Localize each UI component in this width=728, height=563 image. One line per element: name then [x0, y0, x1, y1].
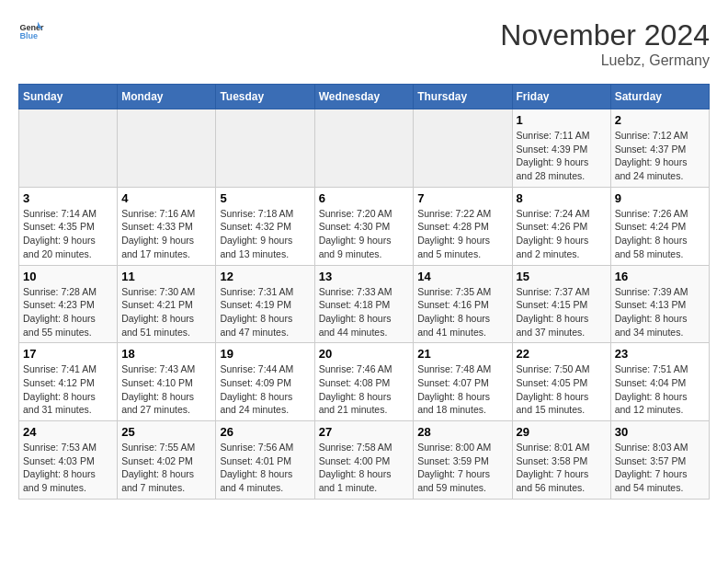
day-number: 30: [615, 425, 705, 439]
calendar-week-row: 3Sunrise: 7:14 AM Sunset: 4:35 PM Daylig…: [19, 187, 710, 265]
calendar-cell: 13Sunrise: 7:33 AM Sunset: 4:18 PM Dayli…: [314, 265, 414, 343]
day-info: Sunrise: 7:43 AM Sunset: 4:10 PM Dayligh…: [121, 362, 211, 417]
day-number: 11: [121, 270, 211, 283]
day-of-week-header: Sunday: [19, 85, 118, 109]
day-number: 13: [319, 270, 410, 283]
day-info: Sunrise: 7:18 AM Sunset: 4:32 PM Dayligh…: [220, 207, 310, 261]
calendar-table: SundayMondayTuesdayWednesdayThursdayFrid…: [18, 84, 710, 500]
day-info: Sunrise: 7:35 AM Sunset: 4:16 PM Dayligh…: [417, 285, 507, 339]
day-info: Sunrise: 7:30 AM Sunset: 4:21 PM Dayligh…: [121, 285, 211, 339]
page-title: November 2024: [500, 18, 710, 52]
day-info: Sunrise: 7:24 AM Sunset: 4:26 PM Dayligh…: [517, 207, 607, 261]
calendar-cell: 22Sunrise: 7:50 AM Sunset: 4:05 PM Dayli…: [512, 343, 610, 421]
day-number: 29: [517, 425, 607, 439]
day-number: 28: [417, 425, 507, 439]
day-info: Sunrise: 7:14 AM Sunset: 4:35 PM Dayligh…: [23, 207, 113, 261]
day-info: Sunrise: 7:58 AM Sunset: 4:00 PM Dayligh…: [319, 441, 410, 495]
calendar-week-row: 24Sunrise: 7:53 AM Sunset: 4:03 PM Dayli…: [19, 421, 710, 500]
svg-text:Blue: Blue: [19, 31, 38, 40]
calendar-cell: [314, 109, 414, 188]
day-info: Sunrise: 7:55 AM Sunset: 4:02 PM Dayligh…: [121, 441, 211, 495]
day-number: 21: [417, 347, 507, 361]
day-number: 17: [23, 347, 113, 361]
day-number: 6: [319, 191, 410, 205]
calendar-cell: 14Sunrise: 7:35 AM Sunset: 4:16 PM Dayli…: [414, 265, 512, 343]
calendar-cell: 25Sunrise: 7:55 AM Sunset: 4:02 PM Dayli…: [118, 421, 216, 500]
day-info: Sunrise: 7:31 AM Sunset: 4:19 PM Dayligh…: [220, 285, 310, 339]
calendar-cell: 9Sunrise: 7:26 AM Sunset: 4:24 PM Daylig…: [610, 187, 709, 265]
calendar-cell: 16Sunrise: 7:39 AM Sunset: 4:13 PM Dayli…: [610, 265, 709, 343]
title-block: November 2024 Luebz, Germany: [500, 18, 710, 69]
calendar-week-row: 1Sunrise: 7:11 AM Sunset: 4:39 PM Daylig…: [19, 109, 710, 188]
day-number: 12: [220, 270, 310, 283]
calendar-cell: 28Sunrise: 8:00 AM Sunset: 3:59 PM Dayli…: [414, 421, 512, 500]
calendar-week-row: 10Sunrise: 7:28 AM Sunset: 4:23 PM Dayli…: [19, 265, 710, 343]
day-number: 23: [615, 347, 705, 361]
day-number: 19: [220, 347, 310, 361]
calendar-cell: 20Sunrise: 7:46 AM Sunset: 4:08 PM Dayli…: [314, 343, 414, 421]
calendar-cell: 8Sunrise: 7:24 AM Sunset: 4:26 PM Daylig…: [512, 187, 610, 265]
calendar-cell: 15Sunrise: 7:37 AM Sunset: 4:15 PM Dayli…: [512, 265, 610, 343]
calendar-cell: 2Sunrise: 7:12 AM Sunset: 4:37 PM Daylig…: [610, 109, 709, 188]
calendar-cell: 21Sunrise: 7:48 AM Sunset: 4:07 PM Dayli…: [414, 343, 512, 421]
calendar-cell: 17Sunrise: 7:41 AM Sunset: 4:12 PM Dayli…: [19, 343, 118, 421]
day-info: Sunrise: 7:51 AM Sunset: 4:04 PM Dayligh…: [615, 362, 705, 417]
day-number: 15: [517, 270, 607, 283]
day-of-week-header: Saturday: [610, 85, 709, 109]
page-header: General Blue November 2024 Luebz, German…: [18, 18, 710, 69]
day-of-week-header: Tuesday: [216, 85, 314, 109]
day-info: Sunrise: 7:11 AM Sunset: 4:39 PM Dayligh…: [517, 129, 607, 183]
page-subtitle: Luebz, Germany: [500, 52, 710, 69]
calendar-cell: 10Sunrise: 7:28 AM Sunset: 4:23 PM Dayli…: [19, 265, 118, 343]
day-info: Sunrise: 7:12 AM Sunset: 4:37 PM Dayligh…: [615, 129, 705, 183]
day-number: 4: [121, 191, 211, 205]
calendar-cell: 12Sunrise: 7:31 AM Sunset: 4:19 PM Dayli…: [216, 265, 314, 343]
calendar-cell: 5Sunrise: 7:18 AM Sunset: 4:32 PM Daylig…: [216, 187, 314, 265]
calendar-cell: 27Sunrise: 7:58 AM Sunset: 4:00 PM Dayli…: [314, 421, 414, 500]
calendar-cell: [216, 109, 314, 188]
calendar-cell: 6Sunrise: 7:20 AM Sunset: 4:30 PM Daylig…: [314, 187, 414, 265]
day-info: Sunrise: 7:48 AM Sunset: 4:07 PM Dayligh…: [417, 362, 507, 417]
calendar-cell: [118, 109, 216, 188]
day-of-week-header: Friday: [512, 85, 610, 109]
day-number: 20: [319, 347, 410, 361]
calendar-cell: 3Sunrise: 7:14 AM Sunset: 4:35 PM Daylig…: [19, 187, 118, 265]
day-number: 18: [121, 347, 211, 361]
day-number: 9: [615, 191, 705, 205]
day-number: 3: [23, 191, 113, 205]
day-info: Sunrise: 7:16 AM Sunset: 4:33 PM Dayligh…: [121, 207, 211, 261]
day-info: Sunrise: 7:37 AM Sunset: 4:15 PM Dayligh…: [517, 285, 607, 339]
day-number: 10: [23, 270, 113, 283]
calendar-week-row: 17Sunrise: 7:41 AM Sunset: 4:12 PM Dayli…: [19, 343, 710, 421]
day-number: 26: [220, 425, 310, 439]
day-number: 24: [23, 425, 113, 439]
calendar-header-row: SundayMondayTuesdayWednesdayThursdayFrid…: [19, 85, 710, 109]
day-number: 14: [417, 270, 507, 283]
day-info: Sunrise: 7:41 AM Sunset: 4:12 PM Dayligh…: [23, 362, 113, 417]
day-of-week-header: Thursday: [414, 85, 512, 109]
day-info: Sunrise: 7:39 AM Sunset: 4:13 PM Dayligh…: [615, 285, 705, 339]
day-of-week-header: Wednesday: [314, 85, 414, 109]
day-info: Sunrise: 7:50 AM Sunset: 4:05 PM Dayligh…: [517, 362, 607, 417]
logo-icon: General Blue: [18, 18, 44, 44]
calendar-cell: 26Sunrise: 7:56 AM Sunset: 4:01 PM Dayli…: [216, 421, 314, 500]
calendar-cell: 1Sunrise: 7:11 AM Sunset: 4:39 PM Daylig…: [512, 109, 610, 188]
day-number: 2: [615, 113, 705, 127]
day-info: Sunrise: 7:46 AM Sunset: 4:08 PM Dayligh…: [319, 362, 410, 417]
calendar-cell: 23Sunrise: 7:51 AM Sunset: 4:04 PM Dayli…: [610, 343, 709, 421]
day-of-week-header: Monday: [118, 85, 216, 109]
calendar-cell: [414, 109, 512, 188]
day-info: Sunrise: 7:53 AM Sunset: 4:03 PM Dayligh…: [23, 441, 113, 495]
calendar-cell: 7Sunrise: 7:22 AM Sunset: 4:28 PM Daylig…: [414, 187, 512, 265]
day-info: Sunrise: 7:22 AM Sunset: 4:28 PM Dayligh…: [417, 207, 507, 261]
day-info: Sunrise: 7:28 AM Sunset: 4:23 PM Dayligh…: [23, 285, 113, 339]
day-info: Sunrise: 7:44 AM Sunset: 4:09 PM Dayligh…: [220, 362, 310, 417]
day-info: Sunrise: 8:00 AM Sunset: 3:59 PM Dayligh…: [417, 441, 507, 495]
day-number: 5: [220, 191, 310, 205]
calendar-cell: 19Sunrise: 7:44 AM Sunset: 4:09 PM Dayli…: [216, 343, 314, 421]
day-info: Sunrise: 8:01 AM Sunset: 3:58 PM Dayligh…: [517, 441, 607, 495]
day-info: Sunrise: 7:20 AM Sunset: 4:30 PM Dayligh…: [319, 207, 410, 261]
calendar-cell: 29Sunrise: 8:01 AM Sunset: 3:58 PM Dayli…: [512, 421, 610, 500]
day-number: 22: [517, 347, 607, 361]
calendar-cell: 30Sunrise: 8:03 AM Sunset: 3:57 PM Dayli…: [610, 421, 709, 500]
